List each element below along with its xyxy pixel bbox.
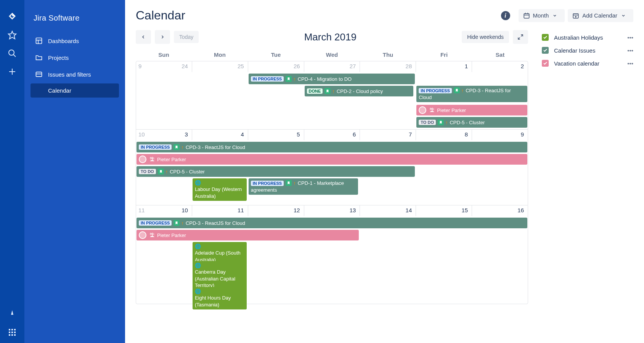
sidebar-item-dashboards[interactable]: Dashboards xyxy=(31,33,119,48)
svg-rect-11 xyxy=(9,334,10,336)
global-nav-rail xyxy=(0,0,24,343)
event-issue[interactable]: TO DO↑CPD-5 - Cluster xyxy=(416,117,527,128)
day-cell[interactable]: 28 xyxy=(360,61,416,72)
day-cell[interactable]: 25 xyxy=(192,61,248,72)
svg-rect-19 xyxy=(524,13,529,18)
day-cell[interactable]: 15 xyxy=(416,205,472,216)
avatar-icon xyxy=(139,231,146,239)
more-icon[interactable]: ••• xyxy=(627,47,633,54)
legend-label: Vacation calendar xyxy=(554,60,599,67)
event-vacation[interactable]: 🏝Pieter Parker xyxy=(137,230,359,240)
svg-rect-5 xyxy=(9,329,10,330)
day-cell[interactable]: 26 xyxy=(248,61,304,72)
status-badge: IN PROGRESS xyxy=(139,220,172,226)
plus-icon[interactable] xyxy=(5,64,20,79)
event-issue[interactable]: IN PROGRESS↑CPD-3 - ReactJS for Cloud xyxy=(137,218,527,228)
add-calendar-button[interactable]: Add Calendar xyxy=(568,9,633,22)
legend-item[interactable]: Calendar Issues ••• xyxy=(542,44,633,57)
sidebar-item-issues[interactable]: Issues and filters xyxy=(31,67,119,82)
more-icon[interactable]: ••• xyxy=(627,34,633,41)
event-issue[interactable]: DONE↑CPD-2 - Cloud policy xyxy=(305,86,414,96)
svg-line-27 xyxy=(521,35,523,37)
day-cell[interactable]: 13 xyxy=(304,205,360,216)
checkbox-icon[interactable] xyxy=(542,47,549,54)
day-cell[interactable]: 9 xyxy=(472,130,528,140)
day-cell[interactable]: 5 xyxy=(248,130,304,140)
legend-item[interactable]: Vacation calendar ••• xyxy=(542,57,633,70)
svg-rect-8 xyxy=(9,332,10,333)
legend-label: Calendar Issues xyxy=(554,47,595,54)
svg-point-1 xyxy=(9,50,14,55)
add-calendar-label: Add Calendar xyxy=(582,12,617,19)
status-badge: TO DO xyxy=(139,169,156,174)
day-cell[interactable]: 7 xyxy=(360,130,416,140)
today-button[interactable]: Today xyxy=(174,31,199,43)
story-icon xyxy=(158,168,164,175)
search-icon[interactable] xyxy=(5,46,20,61)
day-cell[interactable]: 14 xyxy=(360,205,416,216)
view-select[interactable]: Month xyxy=(519,9,565,22)
calendar-week: 103 4 5 6 7 8 9 IN PROGRESS↑CPD-3 - Reac… xyxy=(136,130,528,205)
next-button[interactable] xyxy=(155,30,170,44)
checkbox-icon[interactable] xyxy=(542,34,549,41)
event-vacation[interactable]: 🏝Pieter Parker xyxy=(416,105,527,115)
event-issue[interactable]: TO DO↑CPD-5 - Cluster xyxy=(137,166,415,177)
more-icon[interactable]: ••• xyxy=(627,60,633,67)
globe-icon: 🌐 xyxy=(195,244,201,250)
day-cell[interactable]: 6 xyxy=(304,130,360,140)
week-number: 11 xyxy=(138,207,145,213)
day-cell[interactable]: 4 xyxy=(192,130,248,140)
chevron-right-icon xyxy=(160,35,165,39)
globe-icon: 🌐 xyxy=(195,263,201,269)
day-cell[interactable]: 8 xyxy=(416,130,472,140)
notification-icon[interactable] xyxy=(5,306,20,322)
event-issue[interactable]: IN PROGRESS↑CPD-3 - ReactJS for Cloud xyxy=(137,142,527,152)
svg-rect-14 xyxy=(36,38,42,44)
sidebar-item-calendar[interactable]: Calendar xyxy=(31,83,119,98)
info-icon[interactable]: i xyxy=(501,11,510,20)
event-issue[interactable]: IN PROGRESS↑CPD-1 - Marketplace agreemen… xyxy=(249,178,358,195)
svg-line-2 xyxy=(13,54,16,57)
legend-item[interactable]: Australian Holidays ••• xyxy=(542,31,633,44)
priority-icon: ↑ xyxy=(445,120,448,125)
day-cell[interactable]: 27 xyxy=(304,61,360,72)
svg-line-28 xyxy=(518,37,520,39)
sidebar-item-projects[interactable]: Projects xyxy=(31,50,119,65)
event-issue[interactable]: IN PROGRESS↑CPD-4 - Migration to DO xyxy=(249,74,415,84)
svg-rect-6 xyxy=(11,329,13,330)
calendar-icon xyxy=(523,12,530,19)
event-issue[interactable]: IN PROGRESS↑CPD-3 - ReactJS for Cloud xyxy=(416,86,527,102)
day-cell[interactable]: 2 xyxy=(472,61,528,72)
prev-button[interactable] xyxy=(136,30,151,44)
event-vacation[interactable]: 🏝Pieter Parker xyxy=(137,154,527,165)
jira-logo-icon[interactable] xyxy=(5,9,20,24)
day-cell[interactable]: 16 xyxy=(472,205,528,216)
dow-label: Wed xyxy=(304,48,360,61)
main-content: Calendar i Month Add Calendar Today Marc… xyxy=(125,0,644,343)
day-cell[interactable]: 1 xyxy=(416,61,472,72)
fullscreen-button[interactable] xyxy=(513,30,528,44)
calendar-plus-icon xyxy=(572,12,579,19)
star-icon[interactable] xyxy=(5,27,20,43)
expand-icon xyxy=(517,34,524,40)
apps-icon[interactable] xyxy=(5,325,20,340)
week-number: 9 xyxy=(138,63,141,69)
day-cell[interactable]: 1110 xyxy=(136,205,192,216)
event-holiday[interactable]: 🌐Labour Day (Western Australia) xyxy=(193,178,247,201)
checkbox-icon[interactable] xyxy=(542,60,549,67)
chevron-down-icon xyxy=(552,13,557,18)
calendar-legend: Australian Holidays ••• Calendar Issues … xyxy=(542,30,633,343)
day-cell[interactable]: 924 xyxy=(136,61,192,72)
view-label: Month xyxy=(533,12,549,19)
event-holiday[interactable]: 🌐Canberra Day (Australian Capital Territ… xyxy=(193,261,247,290)
day-cell[interactable]: 103 xyxy=(136,130,192,140)
week-number: 10 xyxy=(138,131,145,138)
hide-weekends-button[interactable]: Hide weekends xyxy=(462,31,509,43)
dow-label: Mon xyxy=(192,48,248,61)
day-cell[interactable]: 12 xyxy=(248,205,304,216)
queue-icon xyxy=(35,71,43,78)
priority-icon: ↑ xyxy=(165,169,168,175)
palm-icon: 🏝 xyxy=(429,107,435,113)
day-cell[interactable]: 11 xyxy=(192,205,248,216)
event-holiday[interactable]: 🌐Eight Hours Day (Tasmania) xyxy=(193,287,247,309)
